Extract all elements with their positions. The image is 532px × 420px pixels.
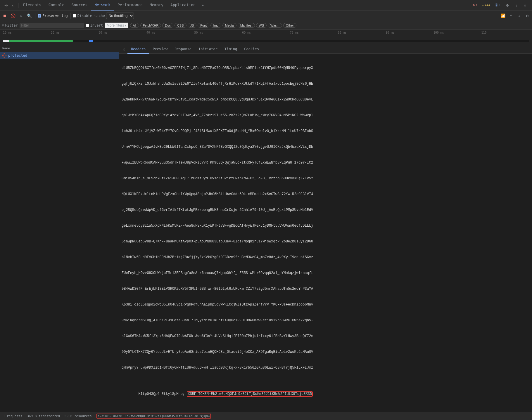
- request-type-icon: {}: [2, 53, 6, 58]
- filter-icon[interactable]: ▽: [18, 12, 25, 19]
- toolbar-settings-icon[interactable]: ⚙: [524, 12, 531, 19]
- tab-timing[interactable]: Timing: [221, 45, 241, 54]
- tab-performance[interactable]: Performance: [114, 0, 146, 11]
- tab-elements[interactable]: Elements: [20, 0, 45, 11]
- invert-label[interactable]: Invert: [86, 23, 103, 27]
- tab-preview[interactable]: Preview: [149, 45, 171, 54]
- clear-button[interactable]: 🚫: [9, 12, 16, 19]
- more-filters-chevron: ▾: [125, 23, 126, 27]
- filter-doc[interactable]: Doc: [162, 23, 173, 28]
- filter-wasm[interactable]: Wasm: [268, 23, 282, 28]
- timeline-label-20ms: 20 ms: [51, 31, 99, 34]
- xsrf-token-bottom-label: X-XSRF-TOKEN: Eb2tw0eMQ0FJr9zB2tTjDuKm35…: [96, 414, 211, 418]
- content-line-15: Kp38i_cIdL5sqpd2cWcO5lK04uypiRPgRPdfuhAa…: [122, 302, 530, 307]
- transferred-size: 369 B transferred: [27, 414, 60, 418]
- filter-manifest[interactable]: Manifest: [238, 23, 255, 28]
- content-line-17: slGuS6TMAzWX5fi3Ypx6HhQEwOIDUwAFOk-Awp6f…: [122, 334, 530, 339]
- filter-toggle-button[interactable]: ▽ Filter: [2, 23, 18, 27]
- content-line-8: NQtUXlWFExUxltoMicHPVgEzxOhdIYWpQpqASpjm…: [122, 192, 530, 197]
- disable-cache-checkbox[interactable]: [73, 14, 76, 18]
- content-line-10: geLxmmevcy8z1a5xXpMNLbKwM5MZ-FAea8uFSkuX…: [122, 223, 530, 228]
- filter-font[interactable]: Font: [198, 23, 209, 28]
- content-line-19: qHmVpryY_uwpPDXlib1HSfx6y6wPftIUHvduuOFw…: [122, 365, 530, 370]
- filter-media[interactable]: Media: [222, 23, 236, 28]
- timeline-label-50ms: 50 ms: [194, 31, 242, 34]
- filter-img[interactable]: Img: [210, 23, 221, 28]
- tab-sources[interactable]: Sources: [68, 0, 91, 11]
- invert-label-text: Invert: [90, 23, 103, 27]
- error-badge: ⊗ 7: [471, 3, 479, 8]
- content-line-12: blNvhTw5FHd9EVGh1hE9MJhZBtiNjZ8AfjjYyZzK…: [122, 255, 530, 260]
- info-icon: ⓘ: [495, 3, 498, 7]
- content-line-11: 5chWpNuCep5y8B-Q7KhF-uaaPMUKtAvpOX-p3AoB…: [122, 239, 530, 244]
- main-content: Name {} protected × Headers Preview Resp…: [0, 45, 532, 412]
- filter-input[interactable]: [21, 23, 82, 27]
- filter-bar: ▽ Filter Invert More filters ▾ All Fetch…: [0, 21, 532, 30]
- timeline-label-100ms: 100 ms: [433, 31, 481, 34]
- tab-bar: ⊹ ▱ Elements Console Sources Network Per…: [0, 0, 532, 11]
- stop-recording-button[interactable]: ⏹: [1, 12, 8, 19]
- name-panel: Name {} protected: [0, 45, 119, 412]
- content-line-4: ichJ9tnH4x-JYjVZrWG4YEY7CvCdP9QPj-f431St…: [122, 129, 530, 134]
- tab-response[interactable]: Response: [171, 45, 195, 54]
- close-icon[interactable]: ✕: [521, 2, 528, 9]
- detail-content-area[interactable]: d1URZbRQQOtSX7fezGN00zA0ZPFZTHjZ1_SFdeN0…: [119, 54, 532, 412]
- upload-icon[interactable]: ↑: [507, 12, 514, 19]
- divider-2: [70, 13, 70, 19]
- filter-label: Filter: [5, 23, 18, 27]
- divider-1: [35, 13, 35, 19]
- xsrf-token-highlight: XSRF-TOKEN=Eb2tw0eMQ0FJr9zB2tTjDuKm35Jlt…: [187, 391, 313, 397]
- warning-icon: ⚠: [482, 3, 484, 7]
- inspect-icon[interactable]: ⊹: [4, 3, 9, 8]
- preserve-log-checkbox[interactable]: [38, 14, 41, 18]
- filter-js[interactable]: JS: [188, 23, 197, 28]
- content-line-14: 9B4AwDS0fN_ErEjbPlSELVSR0KZcRY5f3PN1r9SS…: [122, 286, 530, 291]
- more-filters-button[interactable]: More filters ▾: [105, 22, 128, 28]
- tab-application[interactable]: Application: [167, 0, 199, 11]
- wifi-icon[interactable]: 📶: [499, 12, 506, 19]
- devtools-icons: ⊹ ▱: [1, 3, 18, 8]
- content-line-13: ZUeFeyh_HOvvG9XOhWrjuFMr13EPBagfa8nA-r6a…: [122, 270, 530, 276]
- filter-other[interactable]: Other: [283, 23, 297, 28]
- timeline-label-60ms: 60 ms: [242, 31, 290, 34]
- tab-cookies[interactable]: Cookies: [241, 45, 262, 54]
- preserve-log-label-text: Preserve log: [42, 14, 68, 18]
- invert-checkbox[interactable]: [86, 24, 89, 27]
- timeline-track: [3, 40, 529, 42]
- more-tabs-button[interactable]: »: [199, 3, 206, 7]
- status-bar: 1 requests 369 B transferred 59 B resour…: [0, 412, 532, 420]
- filter-all[interactable]: All: [130, 23, 139, 28]
- filter-fetch[interactable]: Fetch/XHR: [140, 23, 161, 28]
- request-row-protected[interactable]: {} protected: [0, 52, 119, 59]
- tab-initiator[interactable]: Initiator: [195, 45, 221, 54]
- disable-cache-toggle[interactable]: Disable cache: [73, 14, 105, 18]
- device-icon[interactable]: ▱: [11, 3, 16, 8]
- throttle-select[interactable]: No throttling: [106, 13, 134, 19]
- settings-icon[interactable]: ⚙: [504, 2, 511, 9]
- content-line-20: Kltp043Qp6-EtkylSpMho; XSRF-TOKEN=Eb2tw0…: [122, 386, 530, 402]
- timeline-label-70ms: 70 ms: [290, 31, 338, 34]
- more-options-icon[interactable]: ⋮: [513, 2, 520, 9]
- detail-close-button[interactable]: ×: [120, 46, 127, 53]
- timeline-bar: 10 ms 20 ms 30 ms 40 ms 50 ms 60 ms 70 m…: [0, 30, 532, 45]
- toolbar-right: 📶 ↑ ↓ ⚙: [499, 12, 531, 19]
- timeline-green-bar: [9, 40, 73, 42]
- search-button[interactable]: 🔍: [26, 12, 33, 19]
- timeline-label-10ms: 10 ms: [3, 31, 51, 34]
- preserve-log-toggle[interactable]: Preserve log: [38, 14, 68, 18]
- tab-console[interactable]: Console: [45, 0, 68, 11]
- xsrf-prefix-text: Kltp043Qp6-EtkylSpMho;: [139, 392, 187, 396]
- content-line-16: 9dGiRqbgrMSTBg_AID61PEJsEezaG0ahT7IbQyYN…: [122, 318, 530, 323]
- filter-ws[interactable]: WS: [256, 23, 267, 28]
- error-icon: ⊗: [473, 3, 475, 7]
- tab-memory[interactable]: Memory: [146, 0, 167, 11]
- content-line-7: CmiRSAMTn_e_9E5ZbkHfLZ6iJ80C4qI7lMDqKtRy…: [122, 176, 530, 181]
- filter-input-wrapper: [20, 23, 84, 28]
- tab-network[interactable]: Network: [91, 0, 114, 11]
- filter-type-buttons: All Fetch/XHR Doc CSS JS Font Img Media …: [130, 23, 296, 28]
- filter-css[interactable]: CSS: [175, 23, 186, 28]
- timeline-label-90ms: 90 ms: [386, 31, 433, 34]
- tab-headers[interactable]: Headers: [127, 45, 149, 54]
- download-icon[interactable]: ↓: [516, 12, 523, 19]
- name-column-header: Name: [0, 45, 119, 52]
